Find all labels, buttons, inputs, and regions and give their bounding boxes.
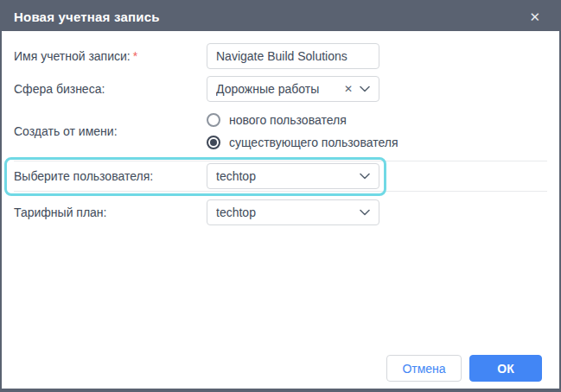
select-user-label: Выберите пользователя: [14, 169, 207, 183]
create-from-row: Создать от имени: нового пользователя су… [14, 109, 547, 154]
dialog-body: Имя учетной записи:* Сфера бизнеса: Доро… [2, 31, 559, 225]
dialog-title: Новая учетная запись [14, 9, 524, 24]
tariff-plan-dropdown[interactable]: techtop [207, 199, 379, 225]
new-account-dialog: Новая учетная запись ✕ Имя учетной запис… [0, 0, 561, 392]
radio-existing-user[interactable]: существующего пользователя [207, 131, 398, 154]
select-user-value: techtop [216, 169, 360, 183]
ok-button[interactable]: ОК [469, 355, 542, 382]
account-name-label: Имя учетной записи:* [14, 49, 207, 63]
select-user-dropdown[interactable]: techtop [207, 163, 379, 189]
select-user-row: Выберите пользователя: techtop [14, 163, 547, 189]
radio-existing-user-label: существующего пользователя [229, 136, 398, 149]
dialog-footer: Отмена ОК [386, 355, 542, 382]
tariff-plan-row: Тарифный план: techtop [14, 199, 547, 225]
radio-icon [207, 113, 220, 127]
chevron-down-icon[interactable] [360, 85, 370, 92]
account-name-input[interactable] [207, 43, 379, 69]
business-area-label: Сфера бизнеса: [14, 82, 207, 96]
select-user-section: Выберите пользователя: techtop [14, 161, 547, 192]
radio-icon [207, 136, 220, 149]
account-name-label-text: Имя учетной записи: [14, 49, 131, 63]
business-area-row: Сфера бизнеса: Дорожные работы ✕ [14, 76, 547, 102]
cancel-button[interactable]: Отмена [386, 355, 462, 382]
account-name-row: Имя учетной записи:* [14, 43, 547, 69]
create-from-radio-group: нового пользователя существующего пользо… [207, 109, 398, 154]
clear-icon[interactable]: ✕ [344, 83, 353, 95]
business-area-value: Дорожные работы [216, 82, 344, 96]
create-from-label: Создать от имени: [14, 124, 207, 138]
radio-new-user-label: нового пользователя [229, 113, 347, 127]
tariff-plan-value: techtop [216, 205, 360, 219]
close-icon[interactable]: ✕ [524, 9, 545, 25]
tariff-plan-label: Тарифный план: [14, 205, 207, 219]
chevron-down-icon[interactable] [360, 173, 370, 180]
required-asterisk: * [133, 49, 137, 63]
chevron-down-icon[interactable] [360, 209, 370, 216]
business-area-combobox[interactable]: Дорожные работы ✕ [207, 76, 379, 102]
radio-new-user[interactable]: нового пользователя [207, 109, 398, 131]
dialog-header: Новая учетная запись ✕ [2, 2, 559, 31]
